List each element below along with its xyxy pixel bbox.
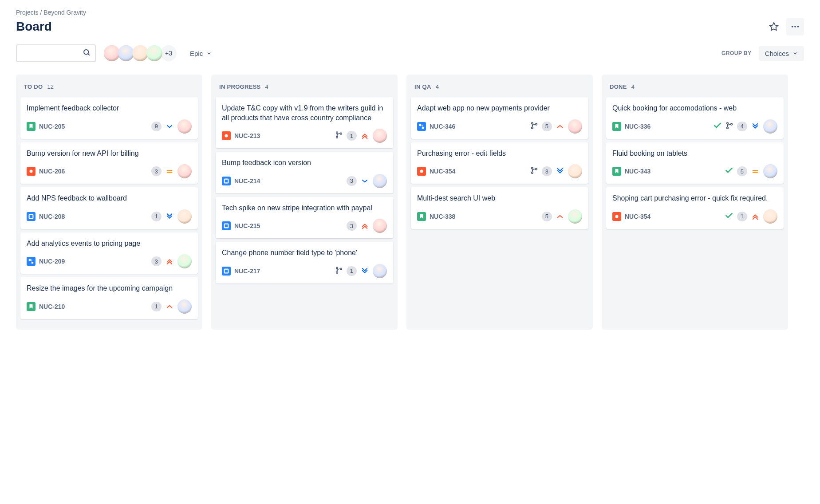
assignee-avatar[interactable] — [373, 129, 387, 143]
priority-low-icon — [165, 122, 174, 131]
column-title: TO DO — [24, 83, 43, 90]
svg-rect-23 — [422, 126, 424, 128]
column-header: TO DO 12 — [20, 82, 198, 97]
svg-line-5 — [88, 54, 89, 55]
assignee-avatar[interactable] — [177, 119, 192, 134]
issue-card[interactable]: Add analytics events to pricing page NUC… — [20, 232, 198, 274]
issue-key: NUC-338 — [430, 213, 455, 220]
svg-point-1 — [792, 26, 793, 28]
group-by-label: GROUP BY — [721, 50, 752, 56]
branch-icon — [725, 122, 733, 131]
priority-lowest-icon — [556, 167, 564, 176]
svg-rect-11 — [32, 262, 33, 264]
breadcrumb-project-name[interactable]: Beyond Gravity — [43, 9, 86, 16]
epic-filter[interactable]: Epic — [185, 46, 217, 61]
issue-card[interactable]: Adapt web app no new payments provider N… — [411, 97, 588, 139]
issue-key: NUC-208 — [39, 213, 65, 220]
issue-card[interactable]: Resize the images for the upcoming campa… — [20, 277, 198, 319]
assignee-avatar[interactable] — [763, 209, 777, 224]
column-header: IN QA 4 — [411, 82, 588, 97]
issue-key: NUC-336 — [625, 123, 650, 130]
svg-point-14 — [336, 137, 338, 138]
group-by-select[interactable]: Choices — [759, 46, 804, 61]
svg-point-19 — [336, 267, 338, 269]
issue-card[interactable]: Multi-dest search UI web NUC-338 5 — [411, 187, 588, 229]
issue-card[interactable]: Change phone number field type to 'phone… — [216, 242, 393, 284]
priority-highest-icon — [360, 131, 369, 140]
svg-rect-16 — [225, 179, 229, 183]
svg-point-4 — [84, 50, 89, 55]
breadcrumb: Projects / Beyond Gravity — [16, 9, 804, 16]
card-title: Quick booking for accomodations - web — [612, 103, 777, 113]
branch-icon — [335, 131, 343, 141]
count-badge: 3 — [347, 176, 357, 186]
assignee-avatar[interactable] — [177, 299, 192, 314]
assignee-avatar[interactable] — [177, 254, 192, 268]
svg-point-26 — [535, 123, 537, 125]
issue-card[interactable]: Quick booking for accomodations - web NU… — [606, 97, 784, 139]
assignee-avatar[interactable] — [568, 119, 582, 134]
priority-high-icon — [556, 212, 564, 221]
issue-card[interactable]: Tech spike on new stripe integration wit… — [216, 197, 393, 239]
assignee-avatar[interactable] — [373, 264, 387, 278]
page-title: Board — [16, 20, 52, 34]
priority-low-icon — [360, 177, 369, 185]
assignee-avatar[interactable] — [177, 164, 192, 178]
svg-marker-0 — [770, 23, 778, 30]
issue-key: NUC-206 — [39, 168, 65, 175]
assignee-avatar[interactable] — [568, 209, 582, 224]
priority-lowest-icon — [165, 212, 174, 221]
issue-card[interactable]: Implement feedback collector NUC-205 9 — [20, 97, 198, 139]
branch-icon — [335, 266, 343, 276]
avatar-overflow[interactable]: +3 — [160, 44, 177, 62]
count-badge: 3 — [151, 166, 162, 176]
group-by-value: Choices — [765, 50, 789, 57]
assignee-avatar[interactable] — [177, 209, 192, 224]
avatar-stack[interactable]: +3 — [103, 44, 177, 62]
svg-rect-9 — [29, 214, 33, 218]
card-title: Fluid booking on tablets — [612, 149, 777, 158]
count-badge: 1 — [347, 266, 357, 276]
priority-medium-icon — [165, 167, 174, 176]
svg-point-31 — [726, 122, 728, 124]
card-title: Tech spike on new stripe integration wit… — [222, 203, 387, 213]
search-input[interactable] — [21, 50, 91, 57]
issue-card[interactable]: Update T&C copy with v1.9 from the write… — [216, 97, 393, 148]
assignee-avatar[interactable] — [763, 119, 777, 134]
issue-card[interactable]: Shoping cart purchasing error - quick fi… — [606, 187, 784, 229]
issue-card[interactable]: Bump feedback icon version NUC-214 3 — [216, 152, 393, 193]
column-title: IN PROGRESS — [219, 83, 261, 90]
search-input-wrap[interactable] — [16, 44, 96, 62]
count-badge: 3 — [542, 166, 552, 176]
more-button[interactable] — [786, 18, 804, 35]
issue-card[interactable]: Purchasing error - edit fields NUC-354 3 — [411, 142, 588, 184]
chevron-down-icon — [792, 51, 798, 56]
assignee-avatar[interactable] — [763, 164, 777, 178]
priority-lowest-icon — [360, 267, 369, 276]
assignee-avatar[interactable] — [373, 174, 387, 188]
task-icon — [27, 212, 35, 221]
star-button[interactable] — [765, 18, 783, 35]
board-column: IN QA 4 Adapt web app no new payments pr… — [406, 75, 593, 330]
more-icon — [790, 22, 800, 32]
card-title: Purchasing error - edit fields — [417, 149, 582, 158]
member-avatar[interactable] — [146, 44, 163, 62]
assignee-avatar[interactable] — [373, 219, 387, 233]
card-title: Shoping cart purchasing error - quick fi… — [612, 193, 777, 203]
board-column: IN PROGRESS 4 Update T&C copy with v1.9 … — [211, 75, 398, 330]
kanban-board: TO DO 12 Implement feedback collector NU… — [16, 75, 804, 330]
card-title: Add analytics events to pricing page — [27, 239, 192, 248]
issue-key: NUC-214 — [234, 177, 260, 185]
issue-key: NUC-205 — [39, 123, 65, 130]
svg-point-24 — [531, 122, 533, 124]
breadcrumb-projects[interactable]: Projects — [16, 9, 39, 16]
issue-card[interactable]: Bump version for new API for billing NUC… — [20, 142, 198, 184]
issue-card[interactable]: Fluid booking on tablets NUC-343 5 — [606, 142, 784, 184]
count-badge: 4 — [737, 122, 747, 131]
svg-point-12 — [225, 134, 228, 138]
issue-card[interactable]: Add NPS feedback to wallboard NUC-208 1 — [20, 187, 198, 229]
svg-point-29 — [531, 172, 533, 174]
svg-point-21 — [340, 268, 342, 270]
svg-point-15 — [340, 133, 342, 134]
assignee-avatar[interactable] — [568, 164, 582, 178]
